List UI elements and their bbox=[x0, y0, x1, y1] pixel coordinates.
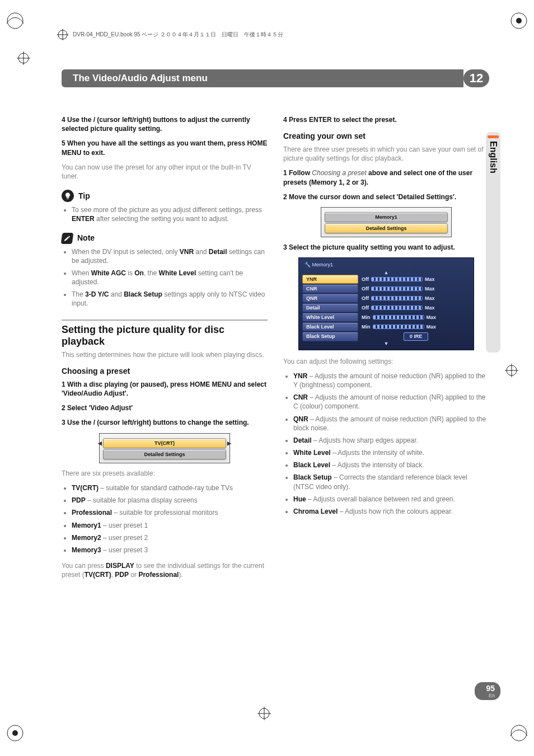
right-column: 4 Press ENTER to select the preset. Crea… bbox=[283, 115, 489, 585]
osd-detailed-title: 🔧 Memory1 bbox=[302, 260, 470, 270]
r-step-1: 1 Follow Choosing a preset above and sel… bbox=[283, 168, 489, 186]
print-header: DVR-04_HDD_EU.book 95 ページ ２００４年４月１１日 日曜日… bbox=[56, 28, 489, 41]
subsection-title: Creating your own set bbox=[283, 131, 489, 142]
crop-mark-icon bbox=[6, 11, 25, 32]
r-step-4: 4 Press ENTER to select the preset. bbox=[283, 115, 489, 124]
tip-label: Tip bbox=[78, 191, 90, 201]
step-5-body: You can now use the preset for any other… bbox=[62, 163, 268, 181]
list-item: YNR – Adjusts the amount of noise reduct… bbox=[293, 372, 489, 389]
left-column: 4 Use the / (cursor left/right) buttons … bbox=[62, 115, 268, 585]
page-number: 95 En bbox=[475, 682, 500, 700]
list-item: Hue – Adjusts overall balance between re… bbox=[293, 495, 489, 504]
cp-step-3: 3 Use the / (cursor left/right) buttons … bbox=[62, 418, 268, 427]
list-item: Black Setup – Corrects the standard refe… bbox=[293, 473, 489, 491]
lightbulb-icon bbox=[62, 190, 74, 202]
step-5: 5 When you have all the settings as you … bbox=[62, 139, 268, 157]
osd-preset-panel: ◀ TV(CRT) ▶ Detailed Settings bbox=[99, 433, 230, 463]
adjust-list: YNR – Adjusts the amount of noise reduct… bbox=[283, 372, 489, 516]
svg-point-2 bbox=[516, 18, 522, 24]
osd-row-ynr: YNR OffMax bbox=[302, 275, 470, 284]
note-heading: Note bbox=[62, 233, 268, 244]
chapter-number: 12 bbox=[463, 69, 489, 87]
triangle-right-icon: ▶ bbox=[227, 440, 231, 447]
note-item: When the DV input is selected, only VNR … bbox=[72, 247, 268, 265]
list-item: TV(CRT) – suitable for standard cathode-… bbox=[72, 483, 268, 492]
list-item: Memory2 – user preset 2 bbox=[72, 533, 268, 542]
language-tab: English bbox=[486, 132, 500, 353]
triangle-down-icon: ▼ bbox=[302, 342, 470, 345]
section-title: Setting the picture quality for disc pla… bbox=[62, 324, 268, 348]
section-body: This setting determines how the picture … bbox=[62, 350, 268, 359]
crop-mark-icon bbox=[6, 724, 25, 745]
osd-memory-panel: Memory1 Detailed Settings bbox=[321, 207, 452, 237]
osd-row-detailed: Detailed Settings bbox=[325, 223, 448, 233]
note-item: When White AGC is On, the White Level se… bbox=[72, 269, 268, 287]
registration-mark-icon bbox=[56, 28, 69, 41]
osd-row-white-level: White Level MinMax bbox=[302, 313, 470, 322]
list-item: CNR – Adjusts the amount of noise reduct… bbox=[293, 393, 489, 411]
triangle-left-icon: ◀ bbox=[98, 440, 102, 447]
svg-point-4 bbox=[12, 730, 18, 736]
tip-item: To see more of the picture as you adjust… bbox=[72, 205, 268, 223]
chapter-header: The Video/Audio Adjust menu 12 bbox=[62, 69, 489, 87]
print-header-text: DVR-04_HDD_EU.book 95 ページ ２００４年４月１１日 日曜日… bbox=[73, 31, 283, 39]
note-label: Note bbox=[77, 233, 95, 243]
registration-mark-icon bbox=[17, 51, 30, 67]
list-item: Black Level – Adjusts the intensity of b… bbox=[293, 461, 489, 469]
presets-post: You can press DISPLAY to see the individ… bbox=[62, 561, 268, 579]
osd-row-black-level: Black Level MinMax bbox=[302, 322, 470, 331]
language-label: English bbox=[488, 141, 498, 173]
osd-row-detail: Detail OffMax bbox=[302, 303, 470, 312]
cp-step-1: 1 With a disc playing (or paused), press… bbox=[62, 380, 268, 398]
crop-mark-icon bbox=[509, 11, 528, 32]
r-intro: There are three user presets in which yo… bbox=[283, 145, 489, 163]
osd-detailed-panel: 🔧 Memory1 ▲ YNR OffMax CNR OffMax QNR Of… bbox=[298, 257, 474, 350]
presets-list: TV(CRT) – suitable for standard cathode-… bbox=[62, 483, 268, 555]
r-step-3: 3 Select the picture quality setting you… bbox=[283, 243, 489, 252]
presets-intro: There are six presets available: bbox=[62, 469, 268, 478]
list-item: QNR – Adjusts the amount of noise reduct… bbox=[293, 415, 489, 433]
svg-point-0 bbox=[7, 13, 23, 29]
osd-row-preset: ◀ TV(CRT) ▶ bbox=[103, 438, 226, 448]
list-item: White Level – Adjusts the intensity of w… bbox=[293, 448, 489, 457]
triangle-up-icon: ▲ bbox=[302, 271, 470, 274]
svg-point-5 bbox=[511, 725, 527, 741]
osd-row-memory: Memory1 bbox=[325, 212, 448, 222]
osd-row-cnr: CNR OffMax bbox=[302, 284, 470, 293]
registration-mark-icon bbox=[257, 707, 271, 722]
osd-row-black-setup: Black Setup 0 IRE bbox=[302, 332, 470, 341]
pencil-icon bbox=[61, 233, 74, 244]
osd-row-detailed: Detailed Settings bbox=[103, 449, 226, 459]
wrench-icon: 🔧 bbox=[305, 262, 311, 267]
subsection-title: Choosing a preset bbox=[62, 366, 268, 377]
step-4: 4 Use the / (cursor left/right) buttons … bbox=[62, 115, 268, 133]
chapter-title: The Video/Audio Adjust menu bbox=[62, 69, 463, 87]
registration-mark-icon bbox=[505, 364, 518, 379]
cp-step-2: 2 Select 'Video Adjust' bbox=[62, 403, 268, 412]
tip-heading: Tip bbox=[62, 190, 268, 202]
list-item: PDP – suitable for plasma display screen… bbox=[72, 496, 268, 505]
osd-row-qnr: QNR OffMax bbox=[302, 294, 470, 303]
note-item: The 3-D Y/C and Black Setup settings app… bbox=[72, 290, 268, 308]
adjust-intro: You can adjust the following settings: bbox=[283, 357, 489, 366]
list-item: Memory1 – user preset 1 bbox=[72, 521, 268, 530]
list-item: Professional – suitable for professional… bbox=[72, 508, 268, 517]
crop-mark-icon bbox=[509, 724, 528, 745]
list-item: Detail – Adjusts how sharp edges appear. bbox=[293, 436, 489, 445]
r-step-2: 2 Move the cursor down and select 'Detai… bbox=[283, 192, 489, 201]
list-item: Chroma Level – Adjusts how rich the colo… bbox=[293, 507, 489, 516]
list-item: Memory3 – user preset 3 bbox=[72, 546, 268, 555]
